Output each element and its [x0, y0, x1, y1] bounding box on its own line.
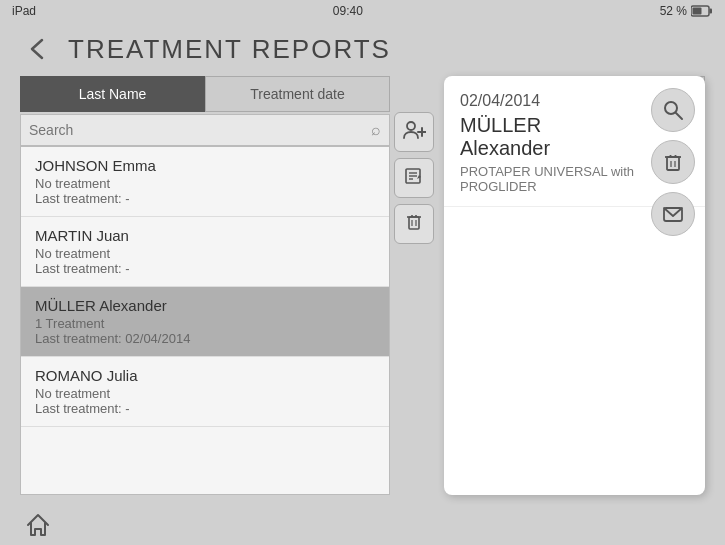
svg-rect-10: [409, 217, 419, 229]
detail-email-button[interactable]: [651, 192, 695, 236]
battery-percent: 52 %: [660, 4, 687, 18]
detail-action-buttons: [651, 88, 695, 236]
patient-name: JOHNSON Emma: [35, 157, 375, 174]
patient-item-romano[interactable]: ROMANO Julia No treatment Last treatment…: [21, 357, 389, 427]
edit-button[interactable]: [394, 158, 434, 198]
svg-line-17: [676, 113, 682, 119]
search-bar: ⌕: [20, 114, 390, 146]
patient-name: ROMANO Julia: [35, 367, 375, 384]
battery-icon: [691, 5, 713, 17]
page-title: TREATMENT REPORTS: [68, 34, 391, 65]
patient-item-muller[interactable]: MÜLLER Alexander 1 Treatment Last treatm…: [21, 287, 389, 357]
delete-button[interactable]: [394, 204, 434, 244]
tab-treatment-date[interactable]: Treatment date: [205, 76, 390, 112]
battery-indicator: 52 %: [660, 4, 713, 18]
device-label: iPad: [12, 4, 36, 18]
patient-item-johnson[interactable]: JOHNSON Emma No treatment Last treatment…: [21, 147, 389, 217]
tab-lastname[interactable]: Last Name: [20, 76, 205, 112]
action-buttons: [394, 112, 434, 244]
add-patient-button[interactable]: [394, 112, 434, 152]
time-label: 09:40: [333, 4, 363, 18]
detail-date: 02/04/2014: [460, 92, 635, 110]
header: TREATMENT REPORTS: [0, 22, 725, 76]
patient-name: MARTIN Juan: [35, 227, 375, 244]
detail-search-button[interactable]: [651, 88, 695, 132]
last-treatment: Last treatment: 02/04/2014: [35, 331, 375, 346]
last-treatment: Last treatment: -: [35, 401, 375, 416]
status-bar: iPad 09:40 52 %: [0, 0, 725, 22]
detail-delete-button[interactable]: [651, 140, 695, 184]
svg-rect-2: [692, 8, 701, 15]
last-treatment: Last treatment: -: [35, 261, 375, 276]
left-panel: Last Name Treatment date ⌕ JOHNSON Emma …: [20, 76, 390, 495]
treatment-count: No treatment: [35, 386, 375, 401]
detail-panel: 02/04/2014 MÜLLER Alexander PROTAPER UNI…: [444, 76, 705, 495]
home-button[interactable]: [20, 507, 56, 543]
main-content: Last Name Treatment date ⌕ JOHNSON Emma …: [0, 76, 725, 505]
patient-item-martin[interactable]: MARTIN Juan No treatment Last treatment:…: [21, 217, 389, 287]
back-button[interactable]: [20, 31, 56, 67]
treatment-count: 1 Treatment: [35, 316, 375, 331]
svg-rect-1: [709, 9, 712, 14]
treatment-count: No treatment: [35, 176, 375, 191]
search-input[interactable]: [29, 122, 371, 138]
add-icon: [402, 118, 426, 147]
detail-patient-name: MÜLLER Alexander: [460, 114, 635, 160]
svg-rect-18: [667, 157, 679, 170]
svg-point-3: [407, 122, 415, 130]
tab-bar: Last Name Treatment date: [20, 76, 390, 112]
bottom-bar: [0, 505, 725, 545]
treatment-count: No treatment: [35, 246, 375, 261]
svg-point-16: [665, 102, 677, 114]
last-treatment: Last treatment: -: [35, 191, 375, 206]
trash-icon: [403, 211, 425, 238]
detail-procedure: PROTAPER UNIVERSAL with PROGLIDER: [460, 164, 635, 194]
search-icon: ⌕: [371, 121, 381, 139]
patient-name: MÜLLER Alexander: [35, 297, 375, 314]
patient-list: JOHNSON Emma No treatment Last treatment…: [20, 146, 390, 495]
edit-icon: [403, 165, 425, 192]
